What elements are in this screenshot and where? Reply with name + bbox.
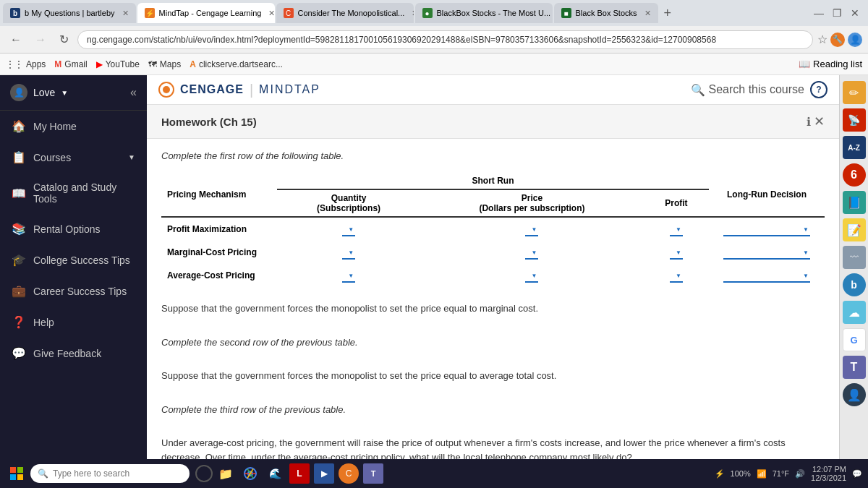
forward-button[interactable]: → <box>30 32 51 48</box>
reading-list-label[interactable]: 📖 Reading list <box>799 59 862 69</box>
longrun-dropdown-average[interactable] <box>709 264 825 287</box>
bookmark-gmail[interactable]: M Gmail <box>54 59 87 69</box>
right-sidebar: ✏ 📡 A-Z 6 📘 📝 〰 b ☁ G T 👤 <box>839 75 868 459</box>
right-icon-teams[interactable]: T <box>843 356 866 379</box>
bookmark-clickserve[interactable]: A clickserve.dartsearc... <box>190 59 283 69</box>
quantity-select-average[interactable] <box>342 268 355 283</box>
hw-close-button[interactable]: ✕ <box>814 114 825 129</box>
taskbar-icons: 📁 🌊 L ▶ C T <box>216 463 383 484</box>
sidebar-item-career-success[interactable]: 💼 Career Success Tips <box>0 275 147 307</box>
longrun-select-marginal[interactable] <box>723 245 810 260</box>
tab-close-mindtap-icon[interactable]: ✕ <box>268 9 274 18</box>
start-button[interactable] <box>6 463 27 484</box>
quantity-dropdown-profit-max[interactable] <box>277 217 420 241</box>
tab-consider[interactable]: C Consider The Monopolistical... ✕ <box>276 3 414 23</box>
refresh-button[interactable]: ↻ <box>55 31 73 48</box>
ext-icon1[interactable]: 🔧 <box>830 33 845 47</box>
mindtap-text: MINDTAP <box>259 83 320 96</box>
taskbar-icon-cengage[interactable]: C <box>339 463 359 484</box>
right-icon-wave[interactable]: 〰 <box>843 246 866 269</box>
sidebar-item-feedback[interactable]: 💬 Give Feedback <box>0 338 147 369</box>
para-3: Under average-cost pricing, the governme… <box>161 436 825 459</box>
taskbar-time: 12:07 PM 12/3/2021 <box>811 465 846 482</box>
right-icon-cloud[interactable]: ☁ <box>843 301 866 324</box>
right-icon-rss[interactable]: 📡 <box>843 108 866 132</box>
profit-select-average[interactable] <box>670 268 683 283</box>
profit-select-marginal[interactable] <box>670 245 683 260</box>
price-dropdown-average[interactable] <box>420 264 644 287</box>
longrun-select-profit-max[interactable] <box>723 222 810 236</box>
right-icon-google[interactable]: G <box>843 328 866 351</box>
sidebar-item-college-success[interactable]: 🎓 College Success Tips <box>0 244 147 275</box>
longrun-dropdown-profit-max[interactable] <box>709 217 825 241</box>
ext-icons: ☆ 🔧 👤 <box>817 33 862 47</box>
sidebar-item-rental[interactable]: 📚 Rental Options <box>0 213 147 244</box>
sidebar-item-catalog[interactable]: 📖 Catalog and Study Tools <box>0 173 147 213</box>
sidebar-item-my-home[interactable]: 🏠 My Home <box>0 111 147 142</box>
right-icon-book[interactable]: 📘 <box>843 191 866 214</box>
sidebar-item-courses[interactable]: 📋 Courses ▼ <box>0 142 147 173</box>
tab-close-consider-icon[interactable]: ✕ <box>412 9 413 18</box>
taskbar-search-input[interactable] <box>53 468 169 479</box>
sidebar-item-help[interactable]: ❓ Help <box>0 307 147 338</box>
new-tab-button[interactable]: + <box>660 6 676 21</box>
taskbar-icon-edge[interactable]: 🌊 <box>265 463 285 484</box>
tab-close-icon[interactable]: ✕ <box>122 9 129 18</box>
bookmark-apps[interactable]: ⋮⋮ Apps <box>6 59 46 69</box>
tab-bartleby[interactable]: b b My Questions | bartleby ✕ <box>3 3 136 23</box>
profit-dropdown-marginal[interactable] <box>644 241 709 264</box>
hw-info-button[interactable]: ℹ <box>807 115 811 129</box>
svg-rect-3 <box>17 467 23 473</box>
profile-icon[interactable]: 👤 <box>848 33 862 47</box>
address-input[interactable] <box>77 30 813 49</box>
bookmark-maps[interactable]: 🗺 Maps <box>148 59 181 69</box>
price-select-marginal[interactable] <box>525 245 538 260</box>
tab-mindtap[interactable]: ⚡ MindTap - Cengage Learning ✕ <box>137 3 275 23</box>
taskbar-icon-l[interactable]: L <box>289 463 310 484</box>
star-icon[interactable]: ☆ <box>817 33 827 46</box>
tab-blackbox2[interactable]: ■ Black Box Stocks ✕ <box>554 3 658 23</box>
sidebar-collapse-button[interactable]: « <box>130 86 137 99</box>
price-dropdown-profit-max[interactable] <box>420 217 644 241</box>
quantity-dropdown-marginal[interactable] <box>277 241 420 264</box>
price-select-average[interactable] <box>525 268 538 283</box>
taskbar-icon-app[interactable]: ▶ <box>314 463 334 484</box>
taskbar-icon-files[interactable]: 📁 <box>216 463 236 484</box>
sidebar-user[interactable]: 👤 Love ▼ <box>10 84 68 101</box>
tab-label: b My Questions | bartleby <box>25 9 115 17</box>
price-dropdown-marginal[interactable] <box>420 241 644 264</box>
longrun-dropdown-marginal[interactable] <box>709 241 825 264</box>
profit-select-profit-max[interactable] <box>670 222 683 236</box>
close-icon[interactable]: ✕ <box>851 7 859 19</box>
taskbar-icon-teams[interactable]: T <box>363 463 383 484</box>
content-area: CENGAGE | MINDTAP 🔍 Search this course ?… <box>147 75 839 459</box>
restore-icon[interactable]: ❐ <box>833 7 842 19</box>
profit-dropdown-profit-max[interactable] <box>644 217 709 241</box>
quantity-select-profit-max[interactable] <box>342 222 355 236</box>
profit-dropdown-average[interactable] <box>644 264 709 287</box>
notification-icon[interactable]: 💬 <box>852 469 862 479</box>
minimize-icon[interactable]: — <box>814 7 824 19</box>
right-icon-notepad[interactable]: 📝 <box>843 218 866 241</box>
quantity-select-marginal[interactable] <box>342 245 355 260</box>
taskbar-circle-btn[interactable] <box>195 465 213 482</box>
right-icon-6[interactable]: 6 <box>843 163 866 187</box>
bookmark-youtube[interactable]: ▶ YouTube <box>96 59 140 69</box>
right-icon-b[interactable]: b <box>843 273 866 296</box>
maps-icon: 🗺 <box>148 59 157 69</box>
longrun-select-average[interactable] <box>723 268 810 283</box>
price-select-profit-max[interactable] <box>525 222 538 236</box>
tab-blackbox1[interactable]: ● BlackBox Stocks - The Most U... ✕ <box>415 3 553 23</box>
search-button[interactable]: 🔍 Search this course <box>691 83 804 97</box>
right-icon-pencil[interactable]: ✏ <box>843 81 866 104</box>
tab-close-blackbox2-icon[interactable]: ✕ <box>644 9 651 18</box>
help-button[interactable]: ? <box>810 81 827 98</box>
right-icon-person[interactable]: 👤 <box>843 383 866 406</box>
quantity-dropdown-average[interactable] <box>277 264 420 287</box>
taskbar-search-box[interactable]: 🔍 <box>30 464 190 483</box>
taskbar-icon-chrome[interactable] <box>240 463 260 484</box>
back-button[interactable]: ← <box>6 32 26 48</box>
clock: 12:07 PM <box>811 465 846 474</box>
right-icon-az[interactable]: A-Z <box>843 136 866 159</box>
table-container: Pricing Mechanism Short Run Long-Run Dec… <box>161 173 825 287</box>
